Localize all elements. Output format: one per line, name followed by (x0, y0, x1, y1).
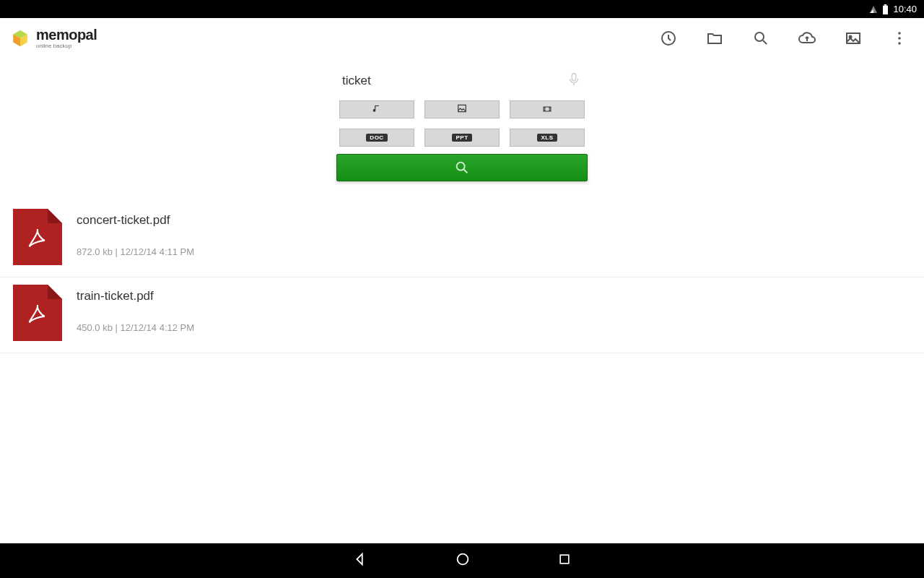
filter-image[interactable] (424, 100, 500, 118)
svg-rect-17 (544, 110, 545, 111)
home-button[interactable] (455, 551, 471, 570)
brand-tagline: online backup (36, 43, 97, 49)
doc-badge: DOC (366, 134, 387, 142)
results-list: concert-ticket.pdf 872.0 kb | 12/12/14 4… (0, 202, 924, 353)
signal-icon (869, 5, 878, 14)
svg-rect-16 (549, 108, 550, 108)
app-bar: memopal online backup (0, 18, 924, 59)
filter-doc[interactable]: DOC (339, 129, 414, 147)
svg-point-10 (898, 37, 901, 40)
search-icon[interactable] (752, 30, 770, 47)
cube-icon (10, 28, 30, 48)
pdf-icon (13, 209, 62, 265)
ppt-badge: PPT (452, 134, 471, 142)
search-input[interactable] (342, 74, 566, 88)
svg-rect-12 (572, 74, 576, 81)
recents-button[interactable] (557, 552, 572, 569)
filter-music[interactable] (339, 100, 414, 118)
folder-icon[interactable] (706, 30, 723, 47)
music-note-icon (372, 103, 382, 116)
search-input-row (336, 67, 588, 95)
android-status-bar: 10:40 (0, 0, 924, 18)
brand-name: memopal (36, 27, 97, 42)
file-meta: 450.0 kb | 12/12/14 4:12 PM (77, 322, 194, 333)
status-time: 10:40 (893, 4, 917, 14)
file-name: concert-ticket.pdf (77, 213, 194, 228)
video-icon (541, 103, 553, 116)
android-nav-bar (0, 543, 924, 578)
svg-rect-1 (883, 5, 888, 14)
image-icon (456, 103, 468, 116)
svg-rect-21 (560, 555, 569, 564)
mic-icon[interactable] (566, 72, 582, 90)
gallery-icon[interactable] (845, 30, 862, 47)
recent-icon[interactable] (660, 30, 677, 47)
app-logo[interactable]: memopal online backup (10, 27, 97, 49)
svg-point-11 (898, 42, 901, 45)
svg-point-20 (458, 554, 468, 565)
file-meta: 872.0 kb | 12/12/14 4:11 PM (77, 246, 194, 257)
list-item[interactable]: train-ticket.pdf 450.0 kb | 12/12/14 4:1… (0, 277, 924, 353)
cloud-upload-icon[interactable] (798, 30, 816, 47)
svg-rect-0 (884, 4, 887, 6)
xls-badge: XLS (537, 134, 557, 142)
filter-xls[interactable]: XLS (510, 129, 585, 147)
filter-ppt[interactable]: PPT (424, 129, 500, 147)
magnify-icon (454, 160, 470, 176)
overflow-menu-icon[interactable] (891, 30, 908, 47)
battery-icon (882, 4, 889, 14)
svg-rect-18 (549, 110, 550, 111)
search-button[interactable] (336, 154, 588, 181)
pdf-icon (13, 285, 62, 341)
filter-video[interactable] (510, 100, 585, 118)
list-item[interactable]: concert-ticket.pdf 872.0 kb | 12/12/14 4… (0, 202, 924, 277)
svg-point-19 (457, 163, 465, 171)
filter-grid: DOC PPT XLS (339, 100, 585, 147)
file-name: train-ticket.pdf (77, 289, 194, 303)
search-panel: DOC PPT XLS (0, 59, 924, 181)
svg-point-6 (755, 33, 764, 41)
svg-rect-15 (544, 108, 545, 108)
back-button[interactable] (352, 551, 368, 570)
svg-point-9 (898, 32, 901, 35)
